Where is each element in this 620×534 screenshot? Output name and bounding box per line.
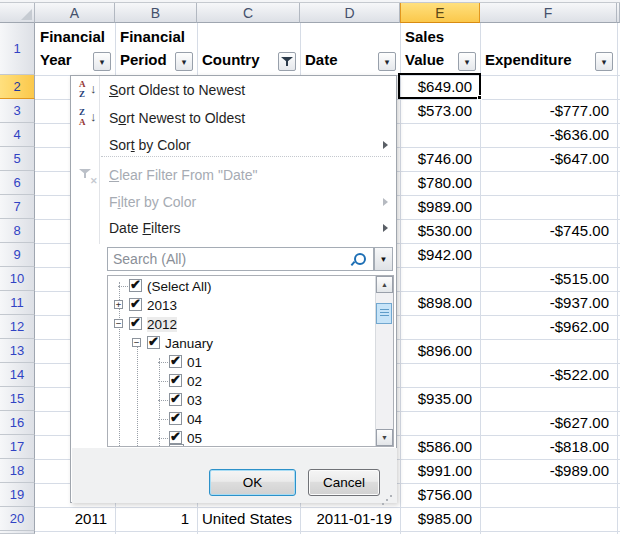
column-header-D[interactable]: D [300,3,400,23]
row-header-4[interactable]: 4 [0,123,35,147]
sort-az-icon: AZ↓ [78,79,100,101]
cell-F8[interactable]: -$745.00 [480,219,616,242]
filter-button-D[interactable]: ▾ [378,52,396,71]
column-header-B[interactable]: B [115,3,197,23]
row-header-17[interactable]: 17 [0,435,35,459]
tree-item-01[interactable]: ✔01 [108,353,376,372]
tree-item-04[interactable]: ✔04 [108,410,376,429]
cell-F11[interactable]: -$937.00 [480,291,616,314]
scroll-up-button[interactable]: ▲ [376,276,393,293]
search-scope-dropdown[interactable]: ▼ [374,247,393,271]
tree-item-2013[interactable]: +✔2013 [108,296,376,315]
row-header-5[interactable]: 5 [0,147,35,171]
cell-A20[interactable]: 2011 [35,507,114,530]
fill-handle[interactable] [477,95,482,100]
row-header-18[interactable]: 18 [0,459,35,483]
cell-B20[interactable]: 1 [115,507,196,530]
filter-button-B[interactable]: ▾ [175,52,193,71]
tree-item-2012[interactable]: −✔2012 [108,315,376,334]
scroll-thumb[interactable] [376,303,392,324]
active-cell-border[interactable] [398,73,481,99]
column-header-C[interactable]: C [197,3,300,23]
cell-E20[interactable]: $985.00 [400,507,479,530]
cancel-button[interactable]: Cancel [308,469,380,496]
cell-F10[interactable]: -$515.00 [480,267,616,290]
tree-item-03[interactable]: ✔03 [108,391,376,410]
search-box[interactable] [107,247,374,271]
cell-E19[interactable]: $756.00 [400,483,479,506]
scroll-down-button[interactable]: ▼ [376,429,393,446]
tree-checkbox[interactable]: ✔ [169,412,182,425]
row-header-20[interactable]: 20 [0,507,35,531]
row-header-8[interactable]: 8 [0,219,35,243]
cell-E6[interactable]: $780.00 [400,171,479,194]
cell-D20[interactable]: 2011-01-19 [300,507,399,530]
row-header-14[interactable]: 14 [0,363,35,387]
filter-button-E[interactable]: ▾ [458,52,476,71]
column-header-F[interactable]: F [480,3,617,23]
tree-expander-plus[interactable]: + [114,300,123,309]
row-header-2[interactable]: 2 [0,75,35,99]
menu-item-sort-oldest-to-newest[interactable]: Sort Oldest to NewestAZ↓ [72,77,395,103]
cell-E18[interactable]: $991.00 [400,459,479,482]
cell-E13[interactable]: $896.00 [400,339,479,362]
filter-button-A[interactable]: ▾ [93,52,111,71]
tree-item-selectall[interactable]: ✔(Select All) [108,277,376,296]
row-header-3[interactable]: 3 [0,99,35,123]
cell-F16[interactable]: -$627.00 [480,411,616,434]
filter-button-F[interactable]: ▾ [595,52,613,71]
cell-F4[interactable]: -$636.00 [480,123,616,146]
select-all-corner[interactable] [0,3,35,23]
row-header-13[interactable]: 13 [0,339,35,363]
row-header-6[interactable]: 6 [0,171,35,195]
cell-F14[interactable]: -$522.00 [480,363,616,386]
tree-checkbox[interactable]: ✔ [129,317,142,330]
tree-item-02[interactable]: ✔02 [108,372,376,391]
row-header-19[interactable]: 19 [0,483,35,507]
tree-checkbox[interactable]: ✔ [169,355,182,368]
cell-E9[interactable]: $942.00 [400,243,479,266]
tree-checkbox[interactable]: ✔ [147,336,160,349]
tree-checkbox[interactable]: ✔ [129,298,142,311]
ok-button[interactable]: OK [209,469,296,496]
cell-F18[interactable]: -$989.00 [480,459,616,482]
search-input[interactable] [108,248,353,270]
cell-F12[interactable]: -$962.00 [480,315,616,338]
row-header-7[interactable]: 7 [0,195,35,219]
tree-expander-minus[interactable]: − [132,338,141,347]
cell-F17[interactable]: -$818.00 [480,435,616,458]
tree-expander-minus[interactable]: − [114,319,123,328]
cell-E17[interactable]: $586.00 [400,435,479,458]
row-header-1[interactable]: 1 [0,23,35,75]
menu-item-sort-newest-to-oldest[interactable]: Sort Newest to OldestZA↓ [72,105,395,131]
tree-checkbox[interactable]: ✔ [169,393,182,406]
tree-checkbox[interactable]: ✔ [129,279,142,292]
cell-E7[interactable]: $989.00 [400,195,479,218]
cell-F3[interactable]: -$777.00 [480,99,616,122]
filter-button-C[interactable] [278,52,296,71]
cell-E15[interactable]: $935.00 [400,387,479,410]
row-header-12[interactable]: 12 [0,315,35,339]
tree-item-january[interactable]: −✔January [108,334,376,353]
cell-E3[interactable]: $573.00 [400,99,479,122]
funnel-stem [84,173,86,178]
cell-C20[interactable]: United States [197,507,299,530]
cell-E8[interactable]: $530.00 [400,219,479,242]
cell-F5[interactable]: -$647.00 [480,147,616,170]
column-header-E[interactable]: E [400,3,480,23]
resize-grip[interactable] [390,495,392,497]
row-header-9[interactable]: 9 [0,243,35,267]
cell-E5[interactable]: $746.00 [400,147,479,170]
column-header-A[interactable]: A [35,3,115,23]
row-header-10[interactable]: 10 [0,267,35,291]
tree-item-05[interactable]: ✔05 [108,429,376,447]
cell-E11[interactable]: $898.00 [400,291,479,314]
row-header-16[interactable]: 16 [0,411,35,435]
row-header-11[interactable]: 11 [0,291,35,315]
menu-item-date-filters[interactable]: Date Filters [72,215,395,241]
row-header-15[interactable]: 15 [0,387,35,411]
tree-scrollbar[interactable]: ▲ ▼ [375,276,393,446]
tree-checkbox[interactable]: ✔ [169,431,182,444]
tree-checkbox[interactable]: ✔ [169,374,182,387]
menu-item-sort-by-color[interactable]: Sort by Color [72,132,395,158]
